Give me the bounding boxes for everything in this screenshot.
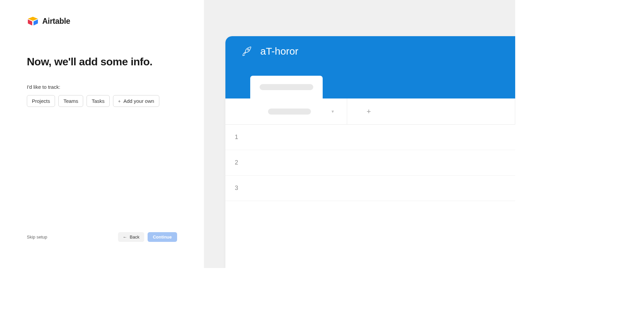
back-button[interactable]: ← Back <box>118 232 144 242</box>
page-heading: Now, we'll add some info. <box>27 56 177 68</box>
option-projects[interactable]: Projects <box>27 95 55 107</box>
continue-button[interactable]: Continue <box>148 232 177 242</box>
toolbar-placeholder <box>268 109 311 115</box>
preview-header: aT-horor <box>225 36 515 98</box>
preview-tab-placeholder <box>260 84 313 90</box>
preview-title: aT-horor <box>260 46 298 57</box>
option-tasks[interactable]: Tasks <box>87 95 109 107</box>
plus-icon: + <box>367 107 371 116</box>
preview-toolbar-left: ▼ <box>225 98 347 124</box>
preview-toolbar: ▼ + <box>225 98 515 125</box>
options-row: Projects Teams Tasks + Add your own <box>27 95 177 107</box>
preview-card: aT-horor ▼ + 1 2 3 <box>225 36 515 268</box>
preview-toolbar-right: + <box>347 98 515 124</box>
logo-container: Airtable <box>27 16 177 26</box>
footer-buttons: ← Back Continue <box>118 232 177 242</box>
back-button-label: Back <box>130 234 140 240</box>
left-panel: Airtable Now, we'll add some info. I'd l… <box>0 0 204 268</box>
preview-rows: 1 2 3 <box>225 125 515 201</box>
plus-icon: + <box>118 98 121 104</box>
table-row: 3 <box>225 176 515 201</box>
option-teams[interactable]: Teams <box>58 95 83 107</box>
arrow-left-icon: ← <box>123 234 127 240</box>
subheading: I'd like to track: <box>27 84 177 90</box>
row-number: 3 <box>235 185 238 192</box>
row-number: 1 <box>235 134 238 141</box>
table-row: 1 <box>225 125 515 150</box>
airtable-logo-icon <box>27 16 39 26</box>
row-number: 2 <box>235 159 238 166</box>
option-label: Projects <box>32 98 50 104</box>
chevron-down-icon: ▼ <box>331 109 335 114</box>
divider <box>515 98 515 124</box>
rocket-icon <box>241 46 252 57</box>
option-label: Tasks <box>92 98 104 104</box>
logo-text: Airtable <box>42 17 70 26</box>
footer: Skip setup ← Back Continue <box>27 232 177 242</box>
option-label: Teams <box>63 98 78 104</box>
svg-point-0 <box>248 49 249 50</box>
skip-setup-link[interactable]: Skip setup <box>27 234 47 240</box>
preview-tab <box>250 76 323 98</box>
table-row: 2 <box>225 150 515 176</box>
option-label: Add your own <box>123 98 154 104</box>
option-add-your-own[interactable]: + Add your own <box>113 95 159 107</box>
right-panel: aT-horor ▼ + 1 2 3 <box>204 0 515 268</box>
